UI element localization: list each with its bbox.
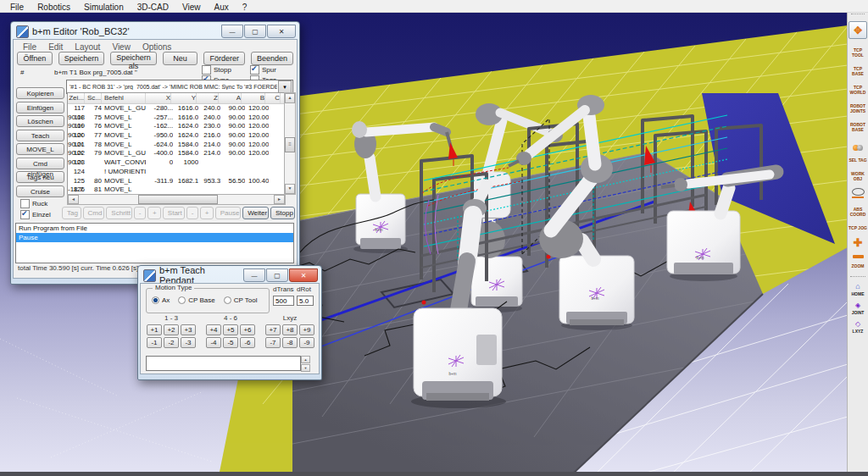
table-row[interactable]: 12178MOVE_L -624.01584.0214.0 90.00120.0…: [68, 141, 284, 150]
menu-item[interactable]: Aux: [207, 3, 235, 12]
execution-control-button[interactable]: +: [200, 207, 214, 219]
sel-tag-button[interactable]: SEL TAG: [849, 158, 868, 163]
execution-control-button[interactable]: -: [186, 207, 198, 219]
table-row[interactable]: 12681MOVE_L: [68, 185, 284, 194]
command-button[interactable]: Tags neu: [16, 171, 64, 183]
lxyz-button[interactable]: ◇ LXYZ: [853, 321, 864, 334]
radio-ax[interactable]: Ax: [152, 296, 170, 304]
menu-item[interactable]: Simulation: [77, 3, 131, 12]
maximize-button[interactable]: [244, 25, 266, 38]
editor-toolbar-button[interactable]: Förderer: [203, 52, 245, 65]
jog-button[interactable]: +7: [265, 324, 281, 335]
sel-tag-icon[interactable]: [853, 139, 863, 149]
execution-control-button[interactable]: Weiter: [242, 207, 269, 219]
zoom-in-icon[interactable]: ✚: [854, 238, 863, 248]
stopp-checkbox[interactable]: Stopp: [202, 65, 231, 75]
jog-all-button[interactable]: ✥: [849, 21, 867, 39]
editor-toolbar-button[interactable]: Neu: [163, 52, 198, 65]
tcp-base-button[interactable]: TCP BASE: [849, 66, 868, 76]
drot-field[interactable]: [297, 296, 314, 306]
column-header[interactable]: X: [146, 93, 171, 103]
robot-joints-button[interactable]: ROBOT JOINTS: [849, 103, 868, 113]
command-button[interactable]: Teach: [16, 130, 64, 141]
work-obj-button[interactable]: WORK OBJ: [849, 171, 868, 181]
dtrans-field[interactable]: [273, 296, 294, 306]
command-button[interactable]: MOVE_L: [16, 143, 64, 155]
jog-button[interactable]: -6: [240, 337, 255, 348]
column-header[interactable]: Befehl: [102, 93, 146, 103]
radio-cp-tool[interactable]: CP Tool: [224, 296, 258, 304]
menu-item[interactable]: Layout: [69, 42, 106, 52]
minimize-button[interactable]: [221, 25, 243, 38]
tcp-world-button[interactable]: TCP WORLD: [849, 85, 868, 95]
editor-toolbar-button[interactable]: Speichern: [58, 52, 105, 65]
jog-button[interactable]: -1: [147, 337, 162, 348]
jog-button[interactable]: +9: [299, 324, 314, 335]
work-obj-icon[interactable]: [852, 188, 865, 198]
table-row[interactable]: 11976MOVE_L -162...1624.0230.0 90.00120.…: [68, 122, 284, 131]
table-row[interactable]: 12580MOVE_L -311.91682.1953.3 56.50100.4…: [68, 177, 284, 186]
jog-button[interactable]: +1: [147, 324, 162, 335]
jog-button[interactable]: -3: [181, 337, 196, 348]
zoom-out-icon[interactable]: [853, 255, 864, 258]
command-button[interactable]: Cruise: [16, 185, 64, 197]
tcp-tool-button[interactable]: TCP TOOL: [849, 47, 868, 58]
jog-button[interactable]: -9: [299, 337, 314, 348]
menu-item[interactable]: 3D-CAD: [131, 3, 175, 12]
jog-button[interactable]: +8: [282, 324, 298, 335]
menu-item[interactable]: View: [106, 42, 136, 52]
jog-button[interactable]: +6: [240, 324, 255, 335]
run-status-line[interactable]: Pause: [16, 233, 293, 242]
tcp-jog-button[interactable]: TCP JOG: [849, 225, 868, 230]
joint-button[interactable]: ◈ JOINT: [852, 302, 865, 315]
toolbar-grip[interactable]: [851, 14, 865, 17]
execution-control-button[interactable]: Stopp: [270, 207, 295, 219]
execution-control-button[interactable]: Pause: [215, 207, 242, 219]
menu-item[interactable]: Edit: [42, 42, 69, 52]
menu-item[interactable]: Robotics: [31, 3, 77, 12]
table-row[interactable]: 123WAIT_CONVE... 01000: [68, 158, 284, 168]
editor-toolbar-button[interactable]: Beenden: [251, 52, 293, 65]
ruck-checkbox[interactable]: Ruck: [20, 199, 47, 208]
table-row[interactable]: 11875MOVE_L -257...1616.0240.0 90.00120.…: [68, 113, 284, 123]
column-header[interactable]: Y: [171, 93, 197, 103]
table-row[interactable]: 124! UMORIENTI: [68, 168, 284, 177]
pendant-message-box[interactable]: [146, 356, 301, 371]
jog-button[interactable]: -4: [206, 337, 221, 348]
editor-toolbar-button[interactable]: Speichern als: [110, 52, 157, 65]
run-status-list[interactable]: Run Program from FilePause: [15, 223, 294, 263]
jog-button[interactable]: +2: [164, 324, 179, 335]
table-row[interactable]: 11774MOVE_L_GU... -280...1616.0240.0 90.…: [68, 104, 284, 113]
execution-control-button[interactable]: Tag: [62, 207, 81, 219]
jog-button[interactable]: -8: [282, 337, 298, 348]
jog-button[interactable]: +4: [206, 324, 221, 335]
table-row[interactable]: 12279MOVE_L_GU... -400.01584.0214.0 90.0…: [68, 149, 284, 158]
editor-title-bar[interactable]: b+m Editor 'Rob_BC32': [13, 24, 298, 39]
table-horizontal-scrollbar[interactable]: ◄ ►: [67, 194, 286, 205]
jog-button[interactable]: +5: [223, 324, 238, 335]
column-header[interactable]: Z: [197, 93, 219, 103]
close-button[interactable]: [289, 268, 318, 282]
menu-item[interactable]: File: [17, 42, 42, 52]
close-button[interactable]: [267, 25, 296, 38]
spur-checkbox[interactable]: Spur: [250, 65, 276, 75]
execution-control-button[interactable]: -: [134, 207, 146, 219]
pendant-spinner[interactable]: ▲▼: [301, 356, 310, 371]
maximize-button[interactable]: [266, 268, 288, 282]
run-status-line[interactable]: Run Program from File: [16, 224, 293, 233]
jog-button[interactable]: +3: [181, 324, 196, 335]
command-button[interactable]: Kopieren: [16, 87, 64, 99]
minimize-button[interactable]: [243, 268, 265, 282]
jog-button[interactable]: -2: [164, 337, 179, 348]
command-button[interactable]: Einfügen: [16, 102, 64, 113]
pendant-title-bar[interactable]: b+m Teach Pendant: [140, 268, 320, 283]
menu-item[interactable]: ?: [236, 3, 254, 12]
editor-toolbar-button[interactable]: Öffnen: [17, 52, 53, 65]
column-header[interactable]: B: [242, 93, 265, 103]
command-button[interactable]: Löschen: [16, 115, 64, 127]
execution-control-button[interactable]: Start: [163, 207, 185, 219]
einzel-checkbox[interactable]: Einzel: [20, 210, 51, 219]
execution-control-button[interactable]: Schritt: [106, 207, 132, 219]
table-row[interactable]: 12077MOVE_L -950.01624.0216.0 90.00120.0…: [68, 131, 284, 141]
jog-button[interactable]: -7: [265, 337, 281, 348]
